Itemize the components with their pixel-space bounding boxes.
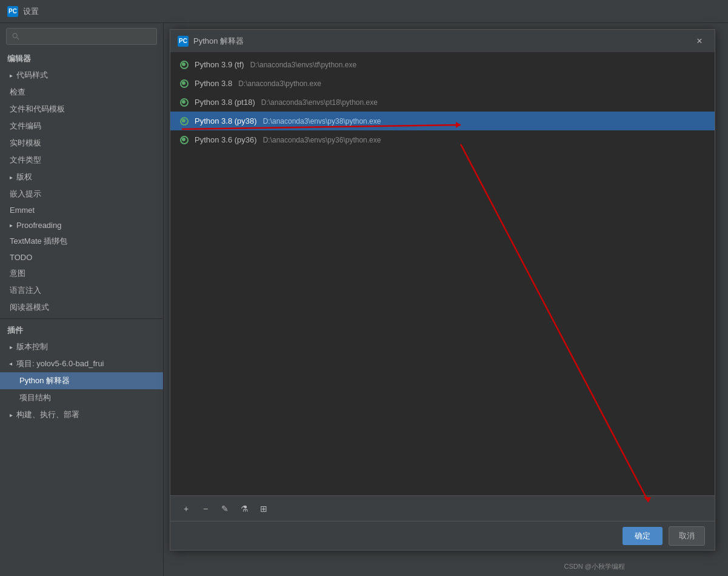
status-dot bbox=[180, 136, 189, 144]
sidebar-item-version-control[interactable]: ▸版本控制 bbox=[0, 338, 163, 355]
sidebar-item-label: 版本控制 bbox=[16, 341, 48, 352]
sidebar-item-label: 阅读器模式 bbox=[10, 302, 49, 313]
search-box[interactable] bbox=[6, 28, 157, 45]
sidebar-item-label: 文件类型 bbox=[10, 155, 41, 166]
interpreter-path: D:\anaconda3\envs\py36\python.exe bbox=[263, 136, 381, 144]
sidebar-item-label: 项目结构 bbox=[19, 392, 51, 403]
sidebar-item-label: 意图 bbox=[10, 268, 25, 279]
interpreter-item-py38-pt18[interactable]: Python 3.8 (pt18) D:\anaconda3\envs\pt18… bbox=[170, 93, 715, 112]
interpreter-path: D:\anaconda3\python.exe bbox=[238, 79, 321, 88]
dialog-title: Python 解释器 bbox=[193, 36, 687, 47]
sidebar-item-inspect[interactable]: 检查 bbox=[0, 84, 163, 101]
sidebar-item-label: 语言注入 bbox=[10, 285, 41, 296]
dialog-title-bar: PC Python 解释器 × bbox=[170, 30, 715, 53]
interpreter-name: Python 3.8 bbox=[195, 79, 232, 88]
sidebar-item-label: 实时模板 bbox=[10, 138, 41, 149]
title-bar: PC 设置 bbox=[0, 0, 728, 23]
sidebar-items: 编辑器▸代码样式检查文件和代码模板文件编码实时模板文件类型▸版权嵌入提示Emme… bbox=[0, 50, 163, 423]
sidebar-header-editor: 编辑器 bbox=[0, 50, 163, 67]
sidebar-item-reader-mode[interactable]: 阅读器模式 bbox=[0, 299, 163, 316]
sidebar-item-intent[interactable]: 意图 bbox=[0, 265, 163, 282]
interpreter-name: Python 3.9 (tf) bbox=[195, 60, 244, 69]
sidebar-item-live-template[interactable]: 实时模板 bbox=[0, 135, 163, 152]
dialog-app-icon: PC bbox=[178, 36, 189, 47]
sidebar-item-code-style[interactable]: ▸代码样式 bbox=[0, 67, 163, 84]
app-icon: PC bbox=[7, 6, 18, 17]
interpreter-path: D:\anaconda3\envs\py38\python.exe bbox=[263, 117, 381, 126]
sidebar: 编辑器▸代码样式检查文件和代码模板文件编码实时模板文件类型▸版权嵌入提示Emme… bbox=[0, 23, 164, 576]
ok-button[interactable]: 确定 bbox=[623, 527, 663, 545]
sidebar-item-label: TODO bbox=[10, 253, 32, 262]
sidebar-item-label: 代码样式 bbox=[16, 70, 48, 81]
sidebar-item-lang-inject[interactable]: 语言注入 bbox=[0, 282, 163, 299]
sidebar-item-emmet[interactable]: Emmet bbox=[0, 203, 163, 218]
sidebar-item-file-encoding[interactable]: 文件编码 bbox=[0, 118, 163, 135]
chevron-icon: ▸ bbox=[10, 174, 13, 181]
sidebar-header-plugins: 插件 bbox=[0, 321, 163, 338]
sidebar-item-label: 检查 bbox=[10, 87, 25, 98]
sidebar-item-file-type[interactable]: 文件类型 bbox=[0, 152, 163, 169]
sidebar-item-textmate[interactable]: TextMate 插绑包 bbox=[0, 233, 163, 250]
interpreter-path: D:\anaconda3\envs\tf\python.exe bbox=[250, 61, 356, 69]
sidebar-item-label: 文件和代码模板 bbox=[10, 104, 65, 115]
interpreter-item-py36[interactable]: Python 3.6 (py36) D:\anaconda3\envs\py36… bbox=[170, 130, 715, 149]
dialog-footer: 确定 取消 bbox=[170, 521, 715, 550]
edit-interpreter-button[interactable]: ✎ bbox=[216, 500, 233, 517]
python-interpreter-dialog[interactable]: PC Python 解释器 × Python 3.9 (tf) D:\anaco… bbox=[170, 29, 715, 551]
status-dot bbox=[180, 61, 189, 69]
sidebar-item-label: 嵌入提示 bbox=[10, 189, 41, 199]
dialog-close-button[interactable]: × bbox=[692, 33, 707, 49]
interpreter-path: D:\anaconda3\envs\pt18\python.exe bbox=[261, 98, 378, 107]
sidebar-item-todo[interactable]: TODO bbox=[0, 250, 163, 265]
svg-point-0 bbox=[13, 33, 17, 38]
status-dot bbox=[180, 117, 189, 126]
interpreter-name: Python 3.6 (py36) bbox=[195, 135, 257, 144]
interpreter-item-py39-tf[interactable]: Python 3.9 (tf) D:\anaconda3\envs\tf\pyt… bbox=[170, 55, 715, 74]
status-dot bbox=[180, 79, 189, 88]
chevron-icon: ▸ bbox=[10, 72, 13, 79]
sidebar-item-project[interactable]: ▾项目: yolov5-6.0-bad_frui bbox=[0, 355, 163, 372]
sidebar-item-label: TextMate 插绑包 bbox=[10, 236, 67, 247]
search-icon bbox=[12, 32, 20, 41]
add-interpreter-button[interactable]: + bbox=[178, 500, 195, 517]
search-input[interactable] bbox=[24, 32, 152, 41]
chevron-icon: ▸ bbox=[10, 412, 13, 418]
sidebar-item-file-code-template[interactable]: 文件和代码模板 bbox=[0, 101, 163, 118]
sidebar-item-label: 文件编码 bbox=[10, 121, 41, 132]
status-dot bbox=[180, 98, 189, 107]
cancel-button[interactable]: 取消 bbox=[669, 526, 705, 546]
sidebar-item-label: Proofreading bbox=[16, 221, 61, 230]
sidebar-item-copyright[interactable]: ▸版权 bbox=[0, 169, 163, 186]
svg-line-1 bbox=[17, 38, 19, 40]
sidebar-item-embed-hint[interactable]: 嵌入提示 bbox=[0, 186, 163, 203]
sidebar-item-label: 版权 bbox=[16, 172, 32, 183]
dialog-content: Python 3.9 (tf) D:\anaconda3\envs\tf\pyt… bbox=[170, 53, 715, 495]
sidebar-item-python-interpreter[interactable]: Python 解释器 bbox=[0, 372, 163, 389]
main-container: 编辑器▸代码样式检查文件和代码模板文件编码实时模板文件类型▸版权嵌入提示Emme… bbox=[0, 23, 728, 576]
chevron-icon: ▾ bbox=[8, 363, 15, 366]
sidebar-item-label: Emmet bbox=[10, 206, 35, 215]
remove-interpreter-button[interactable]: − bbox=[197, 500, 214, 517]
interpreter-name: Python 3.8 (pt18) bbox=[195, 98, 255, 107]
filter-interpreter-button[interactable]: ⚗ bbox=[236, 500, 253, 517]
interpreter-item-py38[interactable]: Python 3.8 D:\anaconda3\python.exe bbox=[170, 74, 715, 93]
sidebar-divider bbox=[0, 318, 163, 319]
sidebar-item-label: Python 解释器 bbox=[19, 375, 70, 386]
sidebar-item-label: 项目: yolov5-6.0-bad_frui bbox=[16, 358, 104, 369]
tree-interpreter-button[interactable]: ⊞ bbox=[255, 500, 272, 517]
dialog-toolbar: + − ✎ ⚗ ⊞ bbox=[170, 495, 715, 521]
interpreter-item-py38-py38[interactable]: Python 3.8 (py38) D:\anaconda3\envs\py38… bbox=[170, 112, 715, 130]
sidebar-item-build-run-deploy[interactable]: ▸构建、执行、部署 bbox=[0, 406, 163, 423]
chevron-icon: ▸ bbox=[10, 222, 13, 229]
dialog-overlay: PC Python 解释器 × Python 3.9 (tf) D:\anaco… bbox=[164, 23, 728, 576]
sidebar-item-proofreading[interactable]: ▸Proofreading bbox=[0, 218, 163, 233]
sidebar-item-project-structure[interactable]: 项目结构 bbox=[0, 389, 163, 406]
sidebar-item-label: 构建、执行、部署 bbox=[16, 409, 79, 420]
interpreter-name: Python 3.8 (py38) bbox=[195, 116, 257, 126]
chevron-icon: ▸ bbox=[10, 344, 13, 350]
app-title: 设置 bbox=[23, 6, 39, 17]
